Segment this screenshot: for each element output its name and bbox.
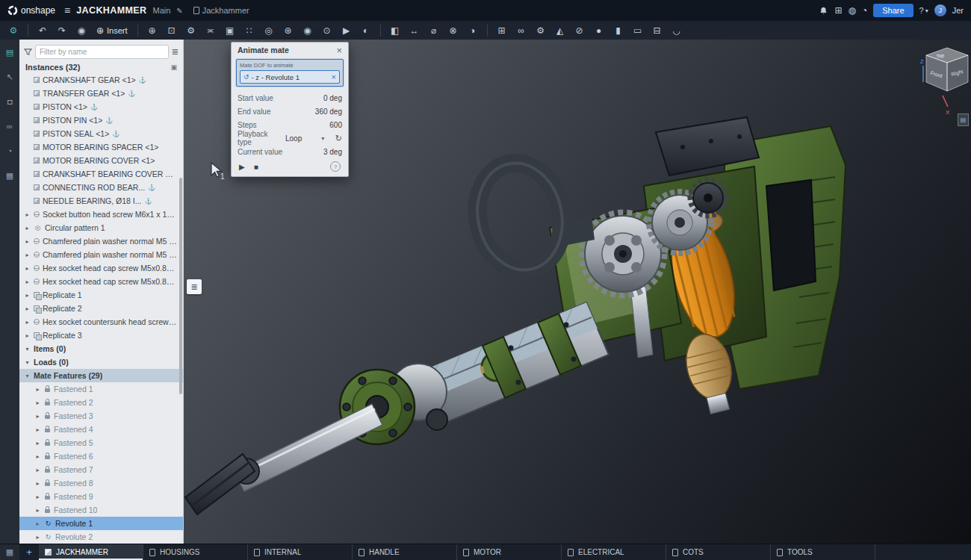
onshape-logo[interactable]: onshape <box>7 5 55 16</box>
instance-row[interactable]: ▸ Fastened 2 <box>19 396 183 409</box>
toolbar-button[interactable]: ◡ <box>668 22 686 38</box>
caret-right-icon[interactable]: ▸ <box>34 386 41 393</box>
toolbar-button[interactable]: ∞ <box>512 22 530 38</box>
instance-row[interactable]: ▸ Fastened 10 <box>19 503 183 517</box>
caret-right-icon[interactable]: ▸ <box>24 319 31 326</box>
bottom-tab[interactable]: INTERNAL <box>248 544 353 560</box>
caret-right-icon[interactable]: ▸ <box>34 520 41 527</box>
side-panel-button[interactable]: ▤ <box>2 46 17 59</box>
caret-right-icon[interactable]: ▸ <box>34 507 41 514</box>
panel-scrollbar[interactable] <box>179 178 182 394</box>
toolbar-button[interactable]: ◉ <box>299 22 317 38</box>
toolbar-button[interactable]: ▶ <box>338 22 356 38</box>
caret-right-icon[interactable]: ▸ <box>24 279 31 285</box>
bottom-tab[interactable]: HOUSINGS <box>143 544 248 560</box>
caret-right-icon[interactable]: ▸ <box>24 305 31 312</box>
caret-right-icon[interactable]: ▸ <box>34 426 41 433</box>
field-value[interactable]: 600 <box>284 121 342 129</box>
toolbar-button[interactable]: ↔ <box>406 22 424 38</box>
caret-right-icon[interactable]: ▸ <box>34 399 41 406</box>
bottom-tab[interactable]: JACKHAMMER <box>39 544 143 560</box>
field-value[interactable]: 360 deg <box>284 108 342 116</box>
add-tab-button[interactable]: + <box>19 544 39 560</box>
toolbar-button[interactable]: ▣ <box>221 22 239 38</box>
side-panel-button[interactable]: ◔ <box>2 144 17 158</box>
field-value[interactable]: 3 deg <box>284 148 342 156</box>
toolbar-button[interactable]: ◧ <box>386 22 404 38</box>
remove-dof-icon[interactable]: × <box>332 72 336 81</box>
instance-row[interactable]: ▸ Fastened 9 <box>19 490 183 503</box>
play-button[interactable]: ▶ <box>239 163 245 171</box>
toolbar-button[interactable]: ⚙ <box>182 22 200 38</box>
toolbar-button[interactable]: ◉ <box>72 22 90 38</box>
bottom-tab[interactable]: MOTOR <box>457 544 562 560</box>
caret-right-icon[interactable]: ▸ <box>24 292 31 299</box>
bottom-tab[interactable]: TOOLS <box>771 544 875 560</box>
side-panel-button[interactable]: ◘ <box>2 95 17 108</box>
toolbar-button[interactable]: ⊛ <box>279 22 297 38</box>
help-center-icon[interactable]: ◔ <box>862 5 867 16</box>
instance-row[interactable]: ▸ Fastened 7 <box>19 463 183 476</box>
instance-row[interactable]: TRANSFER GEAR <1> ⚓ <box>19 87 183 100</box>
panel-collapse-handle[interactable]: ≣ <box>187 279 202 294</box>
instance-row[interactable]: ▸ Chamfered plain washer normal M5 <2> <box>19 248 183 261</box>
loop-icon[interactable]: ↻ <box>335 134 342 143</box>
caret-right-icon[interactable]: ▸ <box>34 467 41 473</box>
toolbar-button[interactable]: ⊙ <box>318 22 336 38</box>
instance-row[interactable]: ▸ Fastened 3 <box>19 409 183 423</box>
instance-row[interactable]: ▸ Fastened 4 <box>19 423 183 436</box>
notifications-bell-icon[interactable] <box>819 6 828 16</box>
caret-right-icon[interactable]: ▸ <box>34 480 41 487</box>
view-cube[interactable]: Top Front Right Z X <box>913 42 971 116</box>
toolbar-button[interactable]: ⊟ <box>648 22 666 38</box>
side-panel-button[interactable]: ↖ <box>2 70 17 84</box>
document-tab-chip[interactable]: Jackhammer <box>193 6 249 15</box>
instance-row[interactable]: ▸ Hex socket head cap screw M5x0.80 x ..… <box>19 261 183 275</box>
caret-down-icon[interactable]: ▾ <box>321 135 324 142</box>
instance-row[interactable]: ▸ Hex socket head cap screw M5x0.80 x ..… <box>19 275 183 288</box>
side-panel-button[interactable]: ∞ <box>2 119 17 133</box>
whats-new-icon[interactable]: ◍ <box>848 5 855 16</box>
toolbar-button[interactable]: ▮ <box>609 22 627 38</box>
instance-row[interactable]: ▸ Hex socket countersunk head screw M... <box>19 315 183 329</box>
toolbar-button[interactable]: ⚙ <box>4 22 22 38</box>
toolbar-button[interactable]: ◎ <box>260 22 278 38</box>
instance-row[interactable]: PISTON SEAL <1> ⚓ <box>19 127 183 140</box>
toolbar-button[interactable]: ▭ <box>629 22 647 38</box>
toolbar-button[interactable]: ◑ <box>464 22 482 38</box>
caret-right-icon[interactable]: ▸ <box>34 440 41 447</box>
instance-row[interactable]: ▸ ↻ Revolute 2 <box>19 530 183 544</box>
toolbar-button[interactable]: ● <box>590 22 608 38</box>
caret-right-icon[interactable]: ▸ <box>24 238 31 245</box>
view-options-icon[interactable]: ≣ <box>172 47 179 57</box>
instance-row[interactable]: CRANKSHAFT BEARING COVER <1> <box>19 167 183 181</box>
share-button[interactable]: Share <box>873 4 913 17</box>
instance-row[interactable]: NEEDLE BEARING, Ø18 I... ⚓ <box>19 194 183 208</box>
caret-right-icon[interactable]: ▸ <box>24 265 31 272</box>
instance-row[interactable]: ▸ Fastened 8 <box>19 476 183 490</box>
instance-row[interactable]: ▸ Fastened 5 <box>19 436 183 449</box>
mate-dof-box[interactable]: Mate DOF to animate ↺ - z - Revolute 1 × <box>236 59 344 87</box>
instance-row[interactable]: ▸ Replicate 2 <box>19 302 183 315</box>
instance-row[interactable]: CONNECTING ROD BEAR... ⚓ <box>19 181 183 194</box>
close-icon[interactable]: × <box>336 46 342 55</box>
field-value[interactable]: 0 deg <box>284 94 342 102</box>
bottom-tab[interactable]: ELECTRICAL <box>562 544 666 560</box>
field-value[interactable]: Loop <box>285 134 302 143</box>
instance-row[interactable]: ▸ Fastened 1 <box>19 382 183 396</box>
bottom-tab[interactable]: COTS <box>666 544 771 560</box>
instance-row[interactable]: ▾ Mate Features (29) <box>19 369 183 382</box>
apps-grid-icon[interactable]: ⊞ <box>834 5 842 16</box>
instance-row[interactable]: ▸ Fastened 6 <box>19 449 183 463</box>
caret-right-icon[interactable]: ▸ <box>24 211 31 218</box>
toolbar-button[interactable]: ↶ <box>34 22 52 38</box>
instance-row[interactable]: ▸ Socket button head screw M6x1 x 14 ... <box>19 208 183 221</box>
toolbar-button[interactable]: ⚙ <box>532 22 550 38</box>
caret-right-icon[interactable]: ▸ <box>24 225 31 231</box>
instance-row[interactable]: ▾ Loads (0) <box>19 355 183 369</box>
instance-row[interactable]: MOTOR BEARING SPACER <1> <box>19 140 183 154</box>
caret-down-icon[interactable]: ▾ <box>24 359 31 366</box>
toolbar-button[interactable]: ≍ <box>202 22 220 38</box>
instance-visibility-icon[interactable]: ▣ <box>170 63 177 71</box>
instance-row[interactable]: PISTON PIN <1> ⚓ <box>19 113 183 127</box>
